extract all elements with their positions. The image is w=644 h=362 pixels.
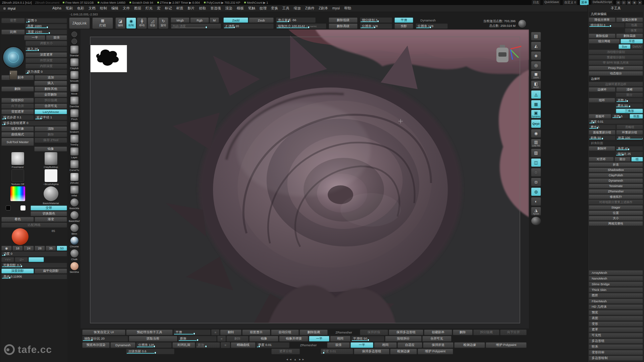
half-button[interactable]: 一半 bbox=[24, 35, 45, 40]
menu-item[interactable]: Z剧本 bbox=[317, 5, 330, 11]
button[interactable]: 镜像并焊接 bbox=[279, 336, 308, 342]
button[interactable]: 修改拓扑 bbox=[589, 194, 643, 199]
strength-slider[interactable]: 强度 0 bbox=[1, 251, 67, 256]
brush-curvetube[interactable]: CurveTu bbox=[68, 160, 80, 172]
menu-item[interactable]: 影片 bbox=[185, 5, 197, 11]
solo-icon[interactable]: ◐ bbox=[531, 197, 541, 206]
button[interactable]: 恢复 bbox=[625, 28, 643, 33]
button[interactable]: ZRemesher bbox=[589, 189, 643, 194]
project-button[interactable]: 投影 bbox=[394, 23, 413, 29]
claybuildup-brush-thumb[interactable]: ClayBuildup bbox=[35, 152, 67, 169]
groups-split-button[interactable]: 按组拆分 bbox=[1, 98, 34, 103]
button[interactable]: 合并可见 bbox=[35, 104, 67, 109]
button[interactable]: Stager bbox=[589, 205, 643, 210]
button[interactable]: 大小 bbox=[589, 216, 643, 221]
brush-standard[interactable]: Standar bbox=[68, 46, 80, 57]
slider[interactable]: 磨光 50 bbox=[615, 103, 643, 108]
material-skinshade[interactable]: SkinSha bbox=[68, 262, 80, 274]
curve-mode-button[interactable]: 曲线模式 bbox=[1, 132, 34, 137]
slider[interactable]: 保纵比 25 bbox=[615, 152, 643, 156]
rgb-button[interactable]: Rgb bbox=[190, 17, 209, 23]
brush-alpha-thumb[interactable]: ~BrushAlpha bbox=[35, 169, 67, 186]
button[interactable]: 一半 bbox=[309, 336, 329, 342]
transp-icon[interactable]: ◫ bbox=[531, 158, 541, 167]
divide-button[interactable]: 细分网格 bbox=[589, 39, 620, 44]
button[interactable]: 翻转 bbox=[220, 329, 241, 335]
button[interactable]: 动态细分 bbox=[589, 71, 643, 76]
resize-button[interactable]: 调整大小 bbox=[25, 41, 67, 46]
material-sphere-icon[interactable]: ● bbox=[531, 217, 541, 225]
m-button[interactable]: M bbox=[210, 17, 219, 23]
button[interactable]: 28 bbox=[35, 246, 45, 251]
button[interactable]: 面板重新分组 bbox=[589, 130, 615, 135]
slider[interactable]: 延迟步进 0.1 bbox=[1, 115, 34, 120]
button[interactable]: ShadowBox bbox=[589, 168, 643, 172]
material-basic2[interactable]: BasicMa2 bbox=[68, 211, 80, 223]
button[interactable]: 切换颜色 bbox=[31, 211, 67, 216]
local-sym-icon[interactable]: ◉ bbox=[531, 129, 541, 138]
palette-section[interactable]: 表面 bbox=[589, 316, 643, 321]
button[interactable]: 边缘环遮罩边框 bbox=[589, 82, 643, 86]
dynamic-persp-icon[interactable]: ▣ Dynamic bbox=[531, 110, 541, 118]
button[interactable]: 保持折痕 bbox=[360, 329, 388, 335]
button[interactable]: 组 bbox=[631, 157, 643, 162]
menu-item[interactable]: 编辑 bbox=[109, 5, 120, 11]
brush-smooth[interactable]: Smooth bbox=[68, 71, 80, 82]
slider[interactable]: 角度 45 bbox=[616, 146, 643, 151]
button[interactable]: 删除环 bbox=[589, 146, 615, 151]
button[interactable]: 自适应 bbox=[397, 342, 422, 348]
focal-shift-slider[interactable]: 焦点衰减 -56 bbox=[276, 17, 316, 23]
slider[interactable]: 平滑 bbox=[173, 329, 211, 335]
rotate-mode-button[interactable]: ↻旋转 bbox=[158, 17, 168, 29]
button[interactable]: 对齐环 bbox=[589, 157, 614, 162]
button[interactable]: 清晰 bbox=[616, 87, 643, 92]
button[interactable]: 边缘环 bbox=[589, 87, 615, 92]
color-sphere-preview[interactable] bbox=[1, 228, 39, 245]
button[interactable]: 自动分组 bbox=[271, 329, 299, 335]
button[interactable]: 删除低级 bbox=[589, 34, 615, 38]
lightbox-button[interactable]: ▦ 灯箱 bbox=[92, 17, 113, 29]
sdiv-slider[interactable]: 细分级别 3 bbox=[360, 17, 392, 23]
brush-move[interactable]: Move bbox=[68, 84, 80, 95]
gravity-widget[interactable]: ▾ bbox=[9, 70, 17, 80]
palette-section[interactable]: 多边形组 bbox=[589, 339, 643, 344]
button[interactable]: 位置 bbox=[589, 210, 643, 215]
palette-section[interactable]: NanoMesh bbox=[589, 276, 643, 281]
slider[interactable]: 斜角 50 bbox=[589, 135, 615, 140]
button[interactable]: 重建细分级别 bbox=[589, 55, 643, 60]
polyframe-icon[interactable]: ▨ bbox=[531, 148, 541, 157]
slider[interactable]: 按多边形组遮罩 0 bbox=[1, 121, 67, 126]
imbed-slider[interactable]: 嵌入 20 bbox=[25, 47, 67, 52]
qxyz-button[interactable]: Qxyz bbox=[531, 119, 541, 128]
double-button[interactable]: 双倍 bbox=[46, 35, 67, 40]
alpha-stamp-preview[interactable] bbox=[90, 45, 127, 72]
layout-panels-icon[interactable]: ▦ bbox=[627, 1, 631, 4]
brush-claytubes[interactable]: Claytub bbox=[68, 58, 80, 70]
button[interactable]: 删除其他 bbox=[35, 86, 67, 92]
menu-item[interactable]: 材质 bbox=[174, 5, 185, 11]
switch-color-button[interactable]: 交替 bbox=[31, 205, 67, 210]
highlight-slider[interactable]: 高光 0.11906 bbox=[1, 274, 67, 279]
button[interactable]: 镜像 bbox=[249, 336, 278, 342]
palette-section[interactable]: 变形 bbox=[589, 321, 643, 326]
button[interactable]: 精确曲线 bbox=[231, 342, 256, 348]
button[interactable]: 提高分辨率 bbox=[616, 17, 643, 22]
titlebar-button[interactable]: 菜单 bbox=[580, 0, 589, 5]
brush-layer[interactable]: Layer bbox=[68, 147, 80, 159]
button[interactable]: Tessimate bbox=[589, 184, 643, 188]
brush-zmodeler[interactable]: ZModel bbox=[68, 173, 80, 184]
button[interactable]: 双面显示 bbox=[242, 329, 270, 335]
button[interactable]: 创建副本 bbox=[424, 329, 452, 335]
resolution-slider[interactable]: 分辨率 128 bbox=[360, 23, 392, 29]
button[interactable]: 带 BPR 转换几何体 bbox=[589, 60, 643, 65]
palette-section[interactable]: 联系 bbox=[589, 344, 643, 349]
menu-item[interactable]: 文档 bbox=[87, 5, 98, 11]
colorize-button[interactable]: 着色 bbox=[1, 217, 34, 222]
menu-item[interactable]: 笔触 bbox=[246, 5, 257, 11]
linefill-icon[interactable]: ▥ Line Fill bbox=[531, 139, 541, 147]
mirror-button[interactable]: 镜像 bbox=[34, 146, 67, 152]
myui-tab[interactable]: myui bbox=[0, 6, 50, 10]
brush-dot-icon[interactable]: ◭ bbox=[531, 42, 541, 50]
button[interactable]: 18 bbox=[12, 246, 23, 251]
menu-item[interactable]: 标记 bbox=[163, 5, 174, 11]
